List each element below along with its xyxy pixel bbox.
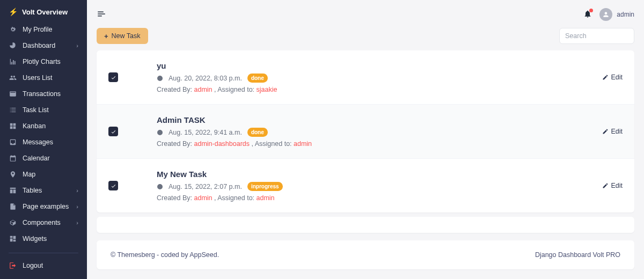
sidebar-item-my-profile[interactable]: My Profile xyxy=(0,21,87,38)
box-icon xyxy=(9,218,17,227)
new-task-button[interactable]: + New Task xyxy=(97,28,148,44)
sidebar-item-label: Tables xyxy=(23,187,71,194)
sidebar-nav: My ProfileDashboard›Plotly ChartsUsers L… xyxy=(0,21,87,247)
pie-icon xyxy=(9,41,17,50)
task-meta: Aug. 20, 2022, 8:03 p.m.done xyxy=(157,74,590,83)
task-body: Admin TASKAug. 15, 2022, 9:41 a.m.doneCr… xyxy=(130,115,590,148)
sidebar-item-calendar[interactable]: Calendar xyxy=(0,150,87,166)
assigned-to-link[interactable]: admin xyxy=(257,194,275,202)
sidebar-item-page-examples[interactable]: Page examples› xyxy=(0,199,87,215)
status-badge: inprogress xyxy=(247,182,283,191)
task-row: My New TaskAug. 15, 2022, 2:07 p.m.inpro… xyxy=(97,159,634,212)
sidebar-item-tables[interactable]: Tables› xyxy=(0,182,87,199)
task-attribution: Created By: admin , Assigned to: sjaakie xyxy=(157,86,590,93)
edit-button[interactable]: Edit xyxy=(602,128,623,135)
sidebar-item-task-list[interactable]: Task List xyxy=(0,102,87,118)
search-input[interactable] xyxy=(559,28,634,44)
sidebar-item-kanban[interactable]: Kanban xyxy=(0,118,87,134)
created-by-link[interactable]: admin xyxy=(194,86,212,93)
brand[interactable]: ⚡ Volt Overview xyxy=(0,5,87,21)
created-by-label: Created By: xyxy=(157,194,194,202)
chevron-right-icon: › xyxy=(76,42,78,49)
sidebar-item-users-list[interactable]: Users List xyxy=(0,70,87,86)
task-datetime: Aug. 20, 2022, 8:03 p.m. xyxy=(169,75,242,82)
assigned-to-link[interactable]: sjaakie xyxy=(257,86,277,93)
plus-icon: + xyxy=(104,33,108,40)
main: admin + New Task yuAug. 20, 2022, 8:03 p… xyxy=(87,0,644,279)
task-row: Admin TASKAug. 15, 2022, 9:41 a.m.doneCr… xyxy=(97,105,634,159)
sidebar-item-messages[interactable]: Messages xyxy=(0,134,87,150)
status-badge: done xyxy=(247,128,268,137)
sidebar-item-label: My Profile xyxy=(23,26,78,33)
sidebar-item-label: Plotly Charts xyxy=(23,58,78,65)
task-datetime: Aug. 15, 2022, 9:41 a.m. xyxy=(169,129,242,136)
assigned-to-label: , Assigned to: xyxy=(250,140,294,148)
assigned-to-label: , Assigned to: xyxy=(213,194,257,202)
logout-icon xyxy=(9,261,17,270)
new-task-label: New Task xyxy=(112,32,141,40)
created-by-label: Created By: xyxy=(157,140,194,148)
edit-button[interactable]: Edit xyxy=(602,182,623,189)
created-by-link[interactable]: admin-dashboards xyxy=(194,140,250,148)
logout-button[interactable]: Logout xyxy=(0,258,87,274)
notifications-button[interactable] xyxy=(583,10,592,20)
card-icon xyxy=(9,90,17,98)
edit-label: Edit xyxy=(611,128,623,135)
content: yuAug. 20, 2022, 8:03 p.m.doneCreated By… xyxy=(87,50,644,240)
sidebar-item-label: Calendar xyxy=(23,155,78,162)
sidebar-item-widgets[interactable]: Widgets xyxy=(0,231,87,247)
username: admin xyxy=(617,11,634,18)
sidebar-item-map[interactable]: Map xyxy=(0,166,87,182)
sidebar-item-dashboard[interactable]: Dashboard› xyxy=(0,38,87,54)
task-meta: Aug. 15, 2022, 9:41 a.m.done xyxy=(157,128,590,137)
task-attribution: Created By: admin-dashboards , Assigned … xyxy=(157,140,590,148)
sidebar-item-label: Kanban xyxy=(23,122,78,130)
notification-dot xyxy=(589,9,593,12)
edit-label: Edit xyxy=(611,74,623,81)
created-by-link[interactable]: admin xyxy=(194,194,212,202)
task-checkbox[interactable] xyxy=(108,181,118,190)
footer-copyright: © Themesberg - coded by AppSeed. xyxy=(111,251,219,259)
file-icon xyxy=(9,202,17,211)
task-title: yu xyxy=(157,61,590,70)
user-menu[interactable]: admin xyxy=(599,8,634,21)
edit-label: Edit xyxy=(611,182,623,189)
task-datetime: Aug. 15, 2022, 2:07 p.m. xyxy=(169,183,242,190)
sidebar-toggle-button[interactable] xyxy=(97,9,106,20)
sidebar-item-label: Components xyxy=(23,219,71,226)
task-attribution: Created By: admin , Assigned to: admin xyxy=(157,194,590,202)
assigned-to-link[interactable]: admin xyxy=(294,140,312,148)
clock-icon xyxy=(157,129,163,136)
task-checkbox[interactable] xyxy=(108,127,118,136)
grid-icon xyxy=(9,122,17,130)
edit-icon xyxy=(602,182,609,189)
sidebar-item-plotly-charts[interactable]: Plotly Charts xyxy=(0,54,87,70)
status-badge: done xyxy=(247,74,268,83)
logout-label: Logout xyxy=(23,262,43,269)
sidebar-item-transactions[interactable]: Transactions xyxy=(0,86,87,102)
calendar-icon xyxy=(9,154,17,163)
task-meta: Aug. 15, 2022, 2:07 p.m.inprogress xyxy=(157,182,590,191)
sidebar-item-label: Widgets xyxy=(23,235,78,243)
chevron-right-icon: › xyxy=(76,203,78,210)
edit-icon xyxy=(602,128,609,135)
users-icon xyxy=(9,74,17,82)
pin-icon xyxy=(9,170,17,179)
toolbar: + New Task xyxy=(87,24,644,50)
chart-icon xyxy=(9,57,17,66)
task-row: yuAug. 20, 2022, 8:03 p.m.doneCreated By… xyxy=(97,50,634,105)
inbox-icon xyxy=(9,138,17,146)
sidebar-item-components[interactable]: Components› xyxy=(0,215,87,231)
sidebar-item-label: Dashboard xyxy=(23,42,71,49)
assigned-to-label: , Assigned to: xyxy=(213,86,257,93)
clock-icon xyxy=(157,183,163,190)
list-icon xyxy=(9,106,17,114)
sidebar-item-label: Transactions xyxy=(23,90,78,98)
chevron-right-icon: › xyxy=(76,219,78,226)
avatar xyxy=(599,8,612,21)
sidebar-item-label: Messages xyxy=(23,138,78,146)
sidebar-item-label: Map xyxy=(23,171,78,178)
task-checkbox[interactable] xyxy=(108,72,118,82)
footer-product: Django Dashboard Volt PRO xyxy=(535,251,620,259)
edit-button[interactable]: Edit xyxy=(602,74,623,81)
